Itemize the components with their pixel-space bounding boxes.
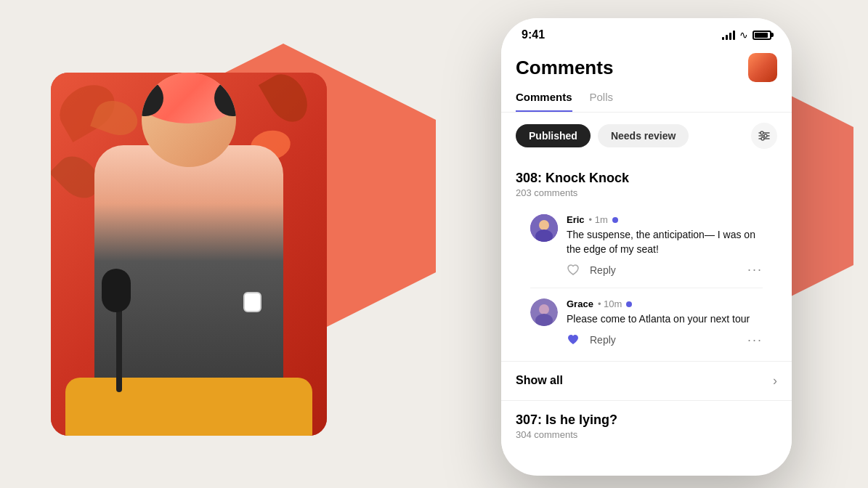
comment-time-eric: • 1m [589, 214, 608, 225]
filter-needs-review-button[interactable]: Needs review [598, 124, 689, 147]
comment-divider [530, 288, 763, 288]
reply-button-grace[interactable]: Reply [590, 334, 616, 346]
svg-point-4 [764, 134, 767, 137]
leaf-decoration [259, 73, 315, 129]
episode-1-title: 308: Knock Knock [516, 171, 777, 186]
person-illustration [94, 145, 283, 436]
signal-bars-icon [722, 30, 735, 40]
comment-author-eric: Eric [567, 214, 585, 225]
show-all-label: Show all [516, 374, 563, 387]
avatar-grace [530, 298, 558, 326]
tabs-row: Comments Polls [501, 85, 792, 113]
comment-item-eric: Eric • 1m The suspense, the anticipation… [516, 207, 777, 285]
reply-button-eric[interactable]: Reply [590, 264, 616, 276]
more-button-grace[interactable]: ··· [747, 333, 763, 348]
online-indicator-grace [626, 301, 632, 307]
avatar[interactable] [748, 53, 777, 82]
sliders-icon [758, 129, 771, 142]
more-button-eric[interactable]: ··· [747, 262, 763, 277]
status-bar: 9:41 ∿ [501, 18, 792, 47]
episode-2-title: 307: Is he lying? [516, 412, 777, 428]
comment-body-grace: Grace • 10m Please come to Atlanta on yo… [567, 298, 763, 348]
comment-actions-eric: Reply ··· [567, 262, 763, 277]
phone-mockup: 9:41 ∿ Comments [501, 18, 792, 476]
eric-avatar-image [530, 214, 558, 242]
tab-comments[interactable]: Comments [516, 91, 572, 112]
heart-filled-icon [567, 334, 580, 346]
tab-polls[interactable]: Polls [590, 91, 614, 112]
like-button-eric[interactable] [567, 264, 580, 276]
online-indicator-eric [612, 217, 618, 223]
heart-icon [567, 264, 580, 276]
content-area: 308: Knock Knock 203 comments [501, 159, 792, 455]
comment-author-grace: Grace [567, 298, 593, 309]
episode-1-comment-count: 203 comments [516, 187, 777, 198]
comment-time-grace: • 10m [598, 298, 622, 309]
show-all-row[interactable]: Show all › [501, 361, 792, 401]
status-time: 9:41 [522, 28, 545, 41]
comment-meta-eric: Eric • 1m [567, 214, 763, 225]
episode-section-1: 308: Knock Knock 203 comments [501, 159, 792, 361]
episode-2-comment-count: 304 comments [516, 429, 777, 440]
svg-point-5 [761, 137, 764, 140]
filter-published-button[interactable]: Published [516, 124, 591, 147]
filter-settings-button[interactable] [751, 123, 777, 149]
status-icons: ∿ [722, 29, 771, 41]
like-button-grace[interactable] [567, 334, 580, 346]
filter-row: Published Needs review [501, 113, 792, 159]
app-title: Comments [516, 57, 613, 79]
chevron-right-icon: › [773, 373, 777, 389]
comment-item-grace: Grace • 10m Please come to Atlanta on yo… [516, 291, 777, 355]
comment-meta-grace: Grace • 10m [567, 298, 763, 309]
comment-actions-grace: Reply ··· [567, 333, 763, 348]
episode-section-2: 307: Is he lying? 304 comments [501, 401, 792, 455]
comment-text-eric: The suspense, the anticipation— I was on… [567, 228, 763, 256]
podcast-card [51, 73, 327, 436]
grace-avatar-image [530, 298, 558, 326]
app-header: Comments [501, 47, 792, 85]
wifi-icon: ∿ [739, 29, 748, 41]
svg-point-10 [539, 304, 549, 314]
comment-body-eric: Eric • 1m The suspense, the anticipation… [567, 214, 763, 277]
comment-text-grace: Please come to Atlanta on your next tour [567, 312, 763, 327]
avatar-eric [530, 214, 558, 242]
svg-point-3 [760, 131, 763, 134]
svg-point-7 [539, 220, 549, 230]
battery-icon [753, 30, 771, 40]
